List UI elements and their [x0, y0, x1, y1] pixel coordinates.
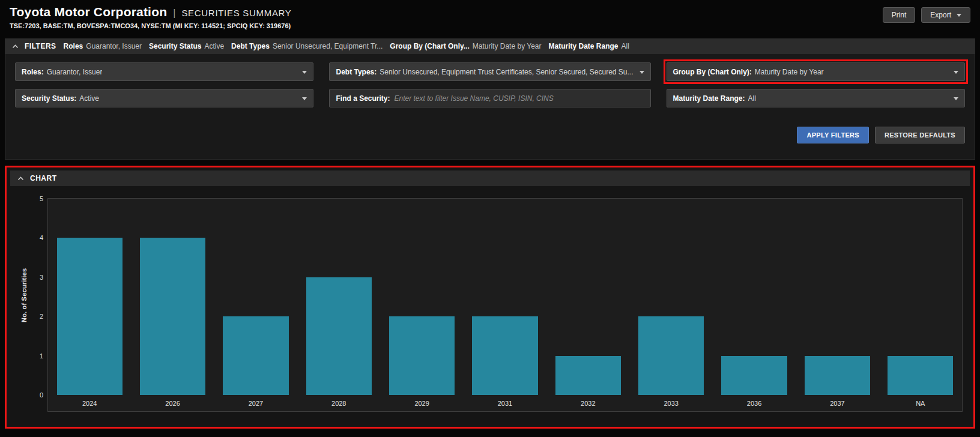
- chart-bar[interactable]: [389, 316, 455, 395]
- chevron-down-icon: [640, 71, 644, 74]
- filter-summary-label: Group By (Chart Only...: [390, 42, 469, 50]
- page-title: SECURITIES SUMMARY: [181, 8, 291, 18]
- x-tick-label: 2026: [131, 400, 214, 407]
- maturity-range-dropdown[interactable]: Maturity Date Range: All: [667, 89, 966, 107]
- filter-summary-label: Roles: [64, 42, 83, 50]
- maturity-range-value: All: [748, 94, 756, 103]
- filter-summary-value: Active: [204, 42, 224, 50]
- y-tick-label: 0: [40, 391, 43, 399]
- filters-section: FILTERS RolesGuarantor, IssuerSecurity S…: [5, 38, 975, 160]
- chart-body: No. of Securities 012345 202420262027202…: [10, 186, 970, 417]
- debt-types-dropdown[interactable]: Debt Types: Senior Unsecured, Equipment …: [329, 62, 650, 81]
- chevron-down-icon: [302, 71, 307, 74]
- chart-bar[interactable]: [805, 356, 870, 395]
- x-tick-label: 2037: [796, 400, 879, 407]
- debt-types-value: Senior Unsecured, Equipment Trust Certif…: [380, 68, 633, 76]
- chart-title: CHART: [30, 174, 57, 182]
- maturity-range-label: Maturity Date Range:: [673, 94, 745, 103]
- export-button[interactable]: Export: [921, 7, 970, 23]
- find-security-label: Find a Security:: [336, 94, 390, 103]
- filter-summary-value: Guarantor, Issuer: [86, 42, 142, 50]
- x-tick-label: 2036: [713, 400, 796, 407]
- y-tick-label: 4: [40, 234, 43, 241]
- bar-slot: [879, 199, 962, 395]
- filter-summary-value: Maturity Date by Year: [473, 42, 542, 50]
- chevron-down-icon: [954, 97, 958, 100]
- x-axis-labels: 2024202620272028202920312032203320362037…: [48, 395, 962, 411]
- filter-summary-value: Senior Unsecured, Equipment Tr...: [273, 42, 383, 50]
- chart-bar[interactable]: [306, 277, 372, 395]
- company-identifiers: TSE:7203, BASE:TM, BOVESPA:TMCO34, NYSE:…: [10, 22, 292, 29]
- title-divider: |: [173, 8, 175, 19]
- chart-plot-area: 012345 202420262027202820292031203220332…: [47, 198, 963, 412]
- filter-summary-label: Debt Types: [231, 42, 270, 50]
- chevron-down-icon: [302, 97, 307, 100]
- filter-summary-value: All: [622, 42, 629, 50]
- chevron-down-icon: [957, 14, 961, 17]
- chart-header[interactable]: CHART: [10, 170, 970, 186]
- chart-bar[interactable]: [140, 238, 205, 395]
- roles-label: Roles:: [22, 68, 44, 76]
- bar-slot: [546, 199, 629, 395]
- page-header: Toyota Motor Corporation | SECURITIES SU…: [0, 0, 980, 34]
- security-status-value: Active: [79, 94, 99, 103]
- filters-title: FILTERS: [25, 42, 56, 50]
- chart-bar[interactable]: [223, 316, 288, 395]
- header-buttons: Print Export: [883, 7, 970, 23]
- roles-value: Guarantor, Issuer: [47, 68, 103, 76]
- chart-bar[interactable]: [57, 238, 122, 395]
- security-status-label: Security Status:: [22, 94, 76, 103]
- y-tick-label: 3: [40, 274, 43, 281]
- chart-section: CHART No. of Securities 012345 202420262…: [5, 166, 975, 429]
- company-name: Toyota Motor Corporation: [10, 5, 167, 19]
- y-axis-label: No. of Securities: [20, 198, 28, 393]
- bar-slot: [214, 199, 297, 395]
- chevron-down-icon: [954, 71, 958, 74]
- filters-body: Roles: Guarantor, Issuer Debt Types: Sen…: [5, 54, 975, 160]
- filters-header[interactable]: FILTERS RolesGuarantor, IssuerSecurity S…: [5, 38, 975, 54]
- x-tick-label: 2029: [380, 400, 463, 407]
- x-tick-label: 2028: [297, 400, 380, 407]
- title-block: Toyota Motor Corporation | SECURITIES SU…: [10, 5, 292, 29]
- y-tick-label: 2: [40, 313, 43, 320]
- chart-bar[interactable]: [721, 356, 787, 395]
- filter-summary: RolesGuarantor, IssuerSecurity StatusAct…: [56, 42, 629, 50]
- chevron-up-icon[interactable]: [17, 176, 24, 181]
- y-tick-label: 5: [40, 195, 43, 202]
- export-button-label: Export: [930, 11, 951, 19]
- chart-bars: [48, 199, 962, 395]
- bar-slot: [380, 199, 463, 395]
- y-tick-label: 1: [40, 352, 43, 360]
- print-button-label: Print: [892, 11, 907, 19]
- group-by-label: Group By (Chart Only):: [673, 68, 752, 76]
- bar-slot: [464, 199, 546, 395]
- filter-summary-label: Maturity Date Range: [549, 42, 619, 50]
- print-button[interactable]: Print: [883, 7, 916, 23]
- find-security-input[interactable]: [393, 94, 644, 103]
- chart-bar[interactable]: [555, 356, 621, 395]
- bar-slot: [796, 199, 879, 395]
- bar-slot: [630, 199, 713, 395]
- chevron-up-icon[interactable]: [12, 44, 19, 49]
- debt-types-label: Debt Types:: [336, 68, 377, 76]
- apply-filters-button[interactable]: APPLY FILTERS: [797, 127, 868, 143]
- bar-slot: [297, 199, 380, 395]
- group-by-dropdown[interactable]: Group By (Chart Only): Maturity Date by …: [667, 62, 966, 81]
- x-tick-label: NA: [879, 400, 962, 407]
- chart-bar[interactable]: [472, 316, 537, 395]
- x-tick-label: 2024: [48, 400, 131, 407]
- group-by-value: Maturity Date by Year: [755, 68, 824, 76]
- bar-slot: [713, 199, 796, 395]
- x-tick-label: 2031: [464, 400, 546, 407]
- find-security-field[interactable]: Find a Security:: [329, 89, 650, 107]
- roles-dropdown[interactable]: Roles: Guarantor, Issuer: [15, 62, 313, 81]
- bar-slot: [48, 199, 131, 395]
- restore-defaults-button[interactable]: RESTORE DEFAULTS: [875, 127, 965, 143]
- chart-bar[interactable]: [638, 316, 704, 395]
- security-status-dropdown[interactable]: Security Status: Active: [15, 89, 313, 107]
- filter-summary-label: Security Status: [149, 42, 201, 50]
- bar-slot: [131, 199, 214, 395]
- x-tick-label: 2032: [546, 400, 629, 407]
- chart-bar[interactable]: [888, 356, 953, 395]
- x-tick-label: 2027: [214, 400, 297, 407]
